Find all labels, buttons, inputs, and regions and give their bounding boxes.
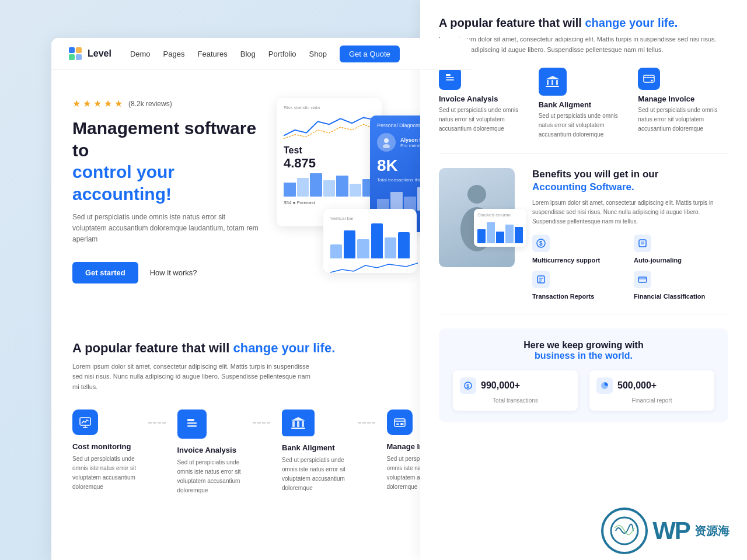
flow-bank-svg (545, 75, 560, 88)
invoice-icon (185, 417, 199, 431)
section-divider-2 (439, 314, 728, 314)
svg-text:$: $ (466, 383, 469, 389)
transaction-reports-icon (532, 271, 550, 288)
flow-invoice-icon (439, 68, 461, 90)
benefits-grid: $ Multicurrency support (532, 235, 728, 300)
reviews-count: (8.2k reviews) (128, 100, 172, 108)
svg-rect-24 (446, 79, 454, 80)
nav-shop[interactable]: Shop (309, 50, 327, 58)
popular-feature-section: A popular feature that will change your … (51, 317, 472, 393)
monitor-icon (79, 416, 92, 429)
svg-rect-37 (639, 240, 646, 247)
benefits-text: Benefits you will get in our Accounting … (532, 168, 728, 300)
bank-alignment-desc: Sed ut perspiciatis unde omnis iste natu… (282, 456, 346, 493)
star-2: ★ (83, 98, 91, 109)
hero-section: ★ ★ ★ ★ ★ (8.2k reviews) Management soft… (51, 70, 472, 300)
hero-subtitle: Sed ut perspiciatis unde omnis iste natu… (72, 212, 259, 246)
svg-rect-30 (644, 75, 654, 82)
popular-feature-title: A popular feature that will change your … (72, 341, 451, 356)
svg-rect-6 (80, 418, 90, 425)
hero-title: Management software to control your acco… (72, 117, 259, 205)
bank-icon (290, 416, 306, 430)
avatar-icon (381, 136, 392, 148)
flow-invoice-svg (444, 73, 456, 85)
logo-icon (68, 46, 83, 61)
pie-chart-icon (601, 382, 609, 390)
flow-manage-desc: Sed ut perspiciatis unde omnis natus err… (638, 106, 728, 134)
bank-alignment-icon-wrap (282, 410, 315, 436)
benefit-transaction-reports: Transaction Reports (532, 271, 627, 300)
flow-manage-icon (638, 68, 660, 90)
svg-rect-26 (547, 80, 549, 85)
logo[interactable]: Level (68, 46, 111, 61)
financial-number: 500,000+ (617, 380, 657, 391)
growing-title: Here we keep growing with business in th… (453, 340, 714, 361)
logo-text: Level (88, 48, 111, 59)
flow-bank-desc: Sed ut perspiciatis unde omnis natus err… (539, 111, 629, 139)
nav-links: Demo Pages Features Blog Portfolio Shop … (130, 46, 455, 62)
svg-rect-14 (297, 421, 299, 427)
dollar-icon: $ (536, 239, 546, 248)
flow-bank-label: Bank Aligment (539, 100, 592, 109)
benefits-visual: Stacked column (439, 168, 521, 300)
svg-rect-22 (446, 74, 451, 76)
get-started-button[interactable]: Get started (72, 262, 138, 284)
hero-buttons: Get started How it works? (72, 262, 259, 284)
svg-rect-3 (76, 54, 82, 60)
risk-chart (284, 113, 375, 142)
flow-item-invoice: Invoice Analysis Sed ut perspiciatis und… (439, 68, 529, 134)
benefit-auto-journaling: Auto-journaling (634, 235, 728, 264)
flow-item-manage: Manage Invoice Sed ut perspiciatis unde … (638, 68, 728, 134)
svg-rect-27 (551, 80, 553, 85)
nav-features[interactable]: Features (197, 50, 227, 58)
benefits-section: Stacked column Benefits you will get in … (439, 168, 728, 300)
svg-rect-28 (556, 80, 558, 85)
hero-title-line2: control your accounting! (72, 162, 174, 204)
multicurrency-icon: $ (532, 235, 550, 252)
flow-invoice-label: Invoice Analysis (439, 94, 498, 103)
auto-journaling-icon (634, 235, 651, 252)
wp-text: WP (652, 517, 690, 545)
card2-icon (638, 275, 647, 284)
benefits-desc: Lorem ipsum dolor sit amet, consectetur … (532, 198, 728, 226)
nav-blog[interactable]: Blog (240, 50, 256, 58)
small-line-chart (330, 261, 418, 278)
card-icon (393, 416, 406, 429)
svg-rect-23 (446, 77, 454, 78)
wp-sub-text: 资源海 (694, 523, 729, 539)
financial-label: Financial report (596, 397, 707, 404)
nav-demo[interactable]: Demo (130, 50, 151, 58)
feature-cost-monitoring: Cost monitoring Sed ut perspiciatis unde… (72, 410, 137, 495)
svg-rect-2 (69, 54, 75, 60)
nav-cta-button[interactable]: Get a Quote (340, 46, 400, 62)
star-1: ★ (72, 98, 81, 109)
star-4: ★ (104, 98, 112, 109)
stat-transactions: $ 990,000+ Total transactions (453, 370, 578, 411)
popular-feature-desc: Lorem ipsum dolor sit amet, consectetur … (72, 362, 317, 393)
benefit-financial-classification: Financial Classification (634, 271, 728, 300)
svg-rect-13 (292, 421, 295, 427)
nav-portfolio[interactable]: Portfolio (268, 50, 296, 58)
benefit-multicurrency: $ Multicurrency support (532, 235, 627, 264)
manage-invoice-icon-wrap (387, 410, 413, 435)
svg-rect-17 (395, 419, 405, 426)
report-icon (536, 275, 546, 284)
nav-pages[interactable]: Pages (163, 50, 185, 58)
flow-section-desc: Lorem ipsum dolor sit amet, consectetur … (439, 34, 728, 55)
how-it-works-button[interactable]: How it works? (150, 268, 197, 277)
svg-rect-16 (291, 428, 305, 429)
feature-bank-alignment: Bank Aligment Sed ut perspiciatis unde o… (282, 410, 346, 495)
wp-logo (601, 508, 648, 554)
flow-bank-icon (539, 68, 567, 96)
feature-invoice-analysis: Invoice Analysis Sed ut perspiciatis und… (177, 410, 242, 495)
svg-rect-9 (187, 419, 194, 421)
feature-cards-row: Cost monitoring Sed ut perspiciatis unde… (51, 410, 472, 495)
svg-point-5 (383, 144, 390, 148)
svg-rect-19 (396, 424, 399, 425)
connector-2 (253, 410, 270, 495)
stat-transactions-row: $ 990,000+ (460, 377, 571, 394)
star-rating: ★ ★ ★ ★ ★ (8.2k reviews) (72, 98, 259, 109)
svg-marker-12 (291, 417, 305, 421)
svg-rect-0 (69, 47, 75, 53)
transactions-number: 990,000+ (481, 380, 520, 391)
